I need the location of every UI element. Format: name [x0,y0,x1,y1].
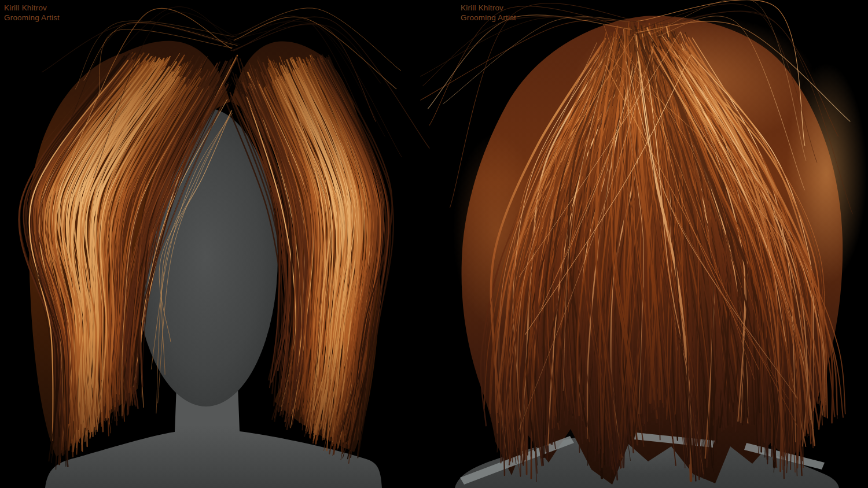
watermark-right: Kirill Khitrov Grooming Artist [461,3,516,23]
back-view-figure [421,0,867,488]
render-canvas: Kirill Khitrov Grooming Artist Kirill Kh… [0,0,868,488]
artist-name: Kirill Khitrov [461,3,516,13]
artist-name: Kirill Khitrov [4,3,60,13]
artist-role: Grooming Artist [4,13,60,23]
watermark-left: Kirill Khitrov Grooming Artist [4,3,60,23]
artist-role: Grooming Artist [461,13,516,23]
hair-render-svg [0,0,868,488]
front-view-figure [19,7,429,488]
